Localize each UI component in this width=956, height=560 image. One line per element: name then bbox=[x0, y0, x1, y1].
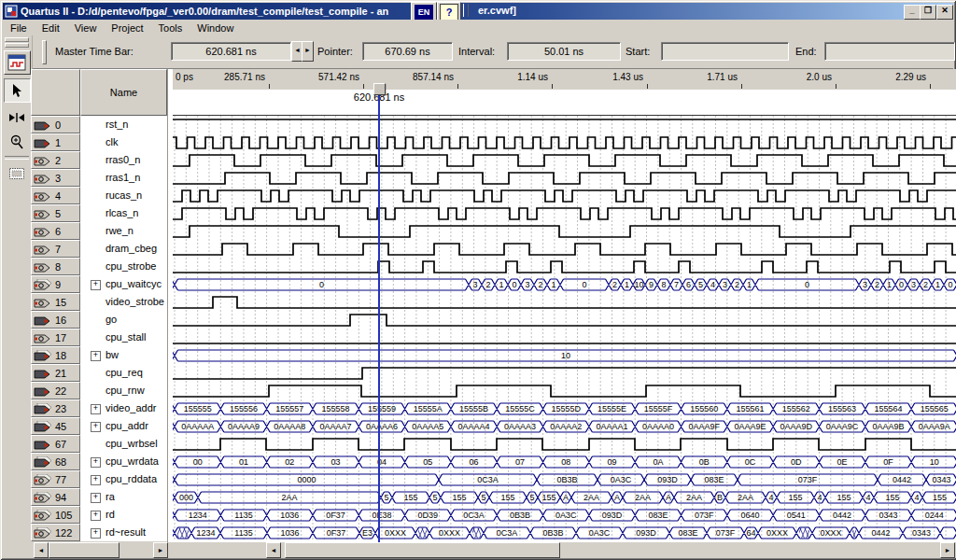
menu-item-view[interactable]: View bbox=[67, 21, 105, 35]
signal-name-cell[interactable]: +cpu_waitcyc bbox=[80, 275, 167, 293]
signal-name-cell[interactable]: +video_addr bbox=[80, 399, 167, 417]
signal-name-cell[interactable]: rst_n bbox=[80, 116, 167, 133]
zoom-tool-button[interactable] bbox=[5, 131, 30, 153]
name-panel-hscrollbar[interactable]: ◄ ► bbox=[34, 542, 168, 558]
signal-name-cell[interactable]: rucas_n bbox=[80, 187, 167, 204]
expand-icon[interactable]: + bbox=[91, 528, 101, 539]
signal-name-cell[interactable]: +cpu_wrdata bbox=[80, 453, 167, 470]
marker-strip[interactable]: 620.681 ns bbox=[173, 90, 956, 115]
signal-name-cell[interactable]: rlcas_n bbox=[80, 204, 167, 222]
svg-text:2: 2 bbox=[923, 280, 928, 289]
expand-icon[interactable]: + bbox=[91, 280, 101, 290]
signal-name-cell[interactable]: clk bbox=[80, 133, 167, 151]
signal-number-cell[interactable]: 45 bbox=[31, 417, 80, 435]
signal-name-cell[interactable]: +bw bbox=[80, 346, 167, 364]
signal-number-cell[interactable]: 22 bbox=[31, 382, 80, 399]
menu-item-window[interactable]: Window bbox=[190, 21, 241, 35]
signal-name-cell[interactable]: cpu_stall bbox=[80, 329, 167, 346]
svg-text:0: 0 bbox=[899, 280, 904, 289]
help-icon[interactable]: ? bbox=[440, 4, 458, 21]
menu-item-edit[interactable]: Edit bbox=[35, 21, 67, 35]
snap-to-transition-button[interactable] bbox=[5, 106, 30, 129]
scroll-right-arrow[interactable]: ► bbox=[940, 542, 955, 558]
signal-name-cell[interactable]: go bbox=[80, 311, 167, 329]
toolbar-handle[interactable] bbox=[5, 43, 29, 48]
scrollbar-thumb[interactable] bbox=[49, 542, 120, 558]
signal-number-cell[interactable]: 21 bbox=[31, 364, 80, 382]
minimize-button[interactable]: _ bbox=[904, 5, 921, 20]
scrollbar-thumb[interactable] bbox=[285, 542, 560, 558]
toolbar-handle[interactable] bbox=[5, 37, 29, 42]
expand-icon[interactable]: + bbox=[91, 511, 101, 521]
signal-number-cell[interactable]: 8 bbox=[31, 258, 80, 275]
signal-number-cell[interactable]: 122 bbox=[31, 524, 80, 541]
menu-item-tools[interactable]: Tools bbox=[151, 21, 190, 35]
signal-name-cell[interactable]: cpu_strobe bbox=[80, 258, 167, 275]
selection-tool-button[interactable] bbox=[4, 78, 31, 103]
time-bar-handle[interactable] bbox=[373, 83, 386, 95]
restore-button[interactable]: ❐ bbox=[920, 5, 936, 20]
signal-name-cell[interactable]: cpu_req bbox=[80, 364, 167, 382]
signal-name-cell[interactable]: +ra bbox=[80, 488, 167, 506]
name-column-header[interactable]: Name bbox=[80, 69, 167, 116]
signal-name-cell[interactable]: rras1_n bbox=[80, 169, 167, 187]
expand-icon[interactable]: + bbox=[91, 422, 101, 432]
signal-number-cell[interactable]: 15 bbox=[31, 293, 80, 311]
signal-number-cell[interactable]: 105 bbox=[31, 506, 80, 524]
master-time-spin-right[interactable]: ► bbox=[302, 41, 314, 62]
svg-text:0A: 0A bbox=[653, 457, 663, 467]
signal-number-cell[interactable]: 0 bbox=[31, 116, 80, 133]
signal-number-cell[interactable]: 4 bbox=[31, 187, 80, 204]
signal-name: rlcas_n bbox=[105, 207, 138, 218]
signal-name-cell[interactable]: +cpu_addr bbox=[80, 417, 167, 435]
signal-name-cell[interactable]: +cpu_rddata bbox=[80, 470, 167, 488]
signal-number-cell[interactable]: 7 bbox=[31, 240, 80, 258]
scroll-right-arrow[interactable]: ► bbox=[153, 542, 168, 558]
expand-icon[interactable]: + bbox=[91, 493, 101, 503]
time-ruler[interactable]: 0 ps285.71 ns571.42 ns857.14 ns1.14 us1.… bbox=[173, 69, 956, 91]
expand-icon[interactable]: + bbox=[91, 457, 101, 468]
waveform-editor-button[interactable] bbox=[4, 50, 31, 75]
signal-number-cell[interactable]: 5 bbox=[31, 204, 80, 222]
signal-name-cell[interactable]: cpu_wrbsel bbox=[80, 435, 167, 453]
menu-item-project[interactable]: Project bbox=[104, 21, 150, 35]
waveform-hscrollbar[interactable]: ◄ ► bbox=[173, 542, 956, 558]
svg-text:1: 1 bbox=[625, 280, 629, 289]
expand-icon[interactable]: + bbox=[91, 404, 101, 414]
scroll-left-arrow[interactable]: ◄ bbox=[34, 542, 49, 558]
signal-name-cell[interactable]: dram_cbeg bbox=[80, 240, 167, 258]
full-screen-button[interactable] bbox=[5, 162, 30, 185]
signal-name-cell[interactable]: cpu_rnw bbox=[80, 382, 167, 399]
signal-number-cell[interactable]: 17 bbox=[31, 329, 80, 346]
signal-number-cell[interactable]: 77 bbox=[31, 470, 80, 488]
master-time-bar-field[interactable]: 620.681 ns bbox=[171, 42, 291, 61]
signal-name-cell[interactable]: rras0_n bbox=[80, 151, 167, 169]
signal-number-cell[interactable]: 3 bbox=[31, 169, 80, 187]
signal-number: 105 bbox=[55, 510, 72, 521]
signal-number-cell[interactable]: 94 bbox=[31, 488, 80, 506]
menu-item-file[interactable]: File bbox=[3, 21, 35, 35]
signal-name: cpu_addr bbox=[105, 420, 148, 431]
signal-number-cell[interactable]: 18 bbox=[31, 346, 80, 364]
signal-number-cell[interactable]: 6 bbox=[31, 222, 80, 240]
signal-number-cell[interactable]: 23 bbox=[31, 399, 80, 417]
expand-icon[interactable]: + bbox=[91, 475, 101, 485]
signal-number-cell[interactable]: 67 bbox=[31, 435, 80, 453]
signal-name-cell[interactable]: rwe_n bbox=[80, 222, 167, 240]
signal-number-cell[interactable]: 2 bbox=[31, 151, 80, 169]
signal-name-cell[interactable]: video_strobe bbox=[80, 293, 167, 311]
signal-number-cell[interactable]: 68 bbox=[31, 453, 80, 470]
signal-number-cell[interactable]: 9 bbox=[31, 275, 80, 293]
scroll-left-arrow[interactable]: ◄ bbox=[266, 542, 281, 558]
signal-name-cell[interactable]: +rd~result bbox=[80, 524, 167, 541]
master-time-cursor[interactable] bbox=[378, 93, 380, 542]
signal-number-cell[interactable]: 16 bbox=[31, 311, 80, 329]
signal-number-cell[interactable]: 1 bbox=[31, 133, 80, 151]
language-badge[interactable]: EN bbox=[415, 5, 433, 20]
waveform-area[interactable]: 0321032102110987654321032103210101555551… bbox=[173, 115, 956, 542]
toolbar-grip[interactable] bbox=[42, 40, 47, 64]
expand-icon[interactable]: + bbox=[91, 351, 101, 361]
signal-name-cell[interactable]: +rd bbox=[80, 506, 167, 524]
out-group-pin-icon bbox=[34, 474, 52, 485]
close-button[interactable]: ✕ bbox=[936, 5, 953, 20]
